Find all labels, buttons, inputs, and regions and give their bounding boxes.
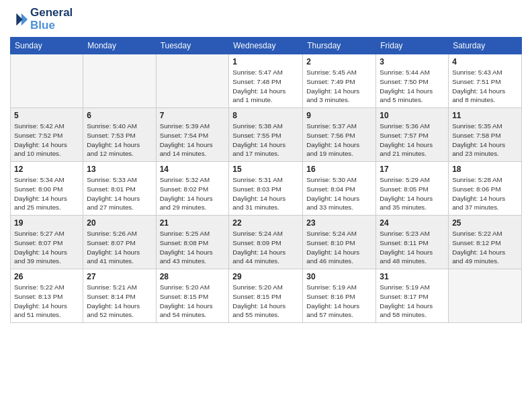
day-number: 17 — [380, 165, 445, 174]
day-info: Sunrise: 5:24 AM Sunset: 8:09 PM Dayligh… — [232, 229, 299, 266]
day-number: 10 — [380, 111, 445, 120]
calendar-day-cell: 31Sunrise: 5:19 AM Sunset: 8:17 PM Dayli… — [376, 269, 449, 323]
calendar-day-cell: 3Sunrise: 5:44 AM Sunset: 7:50 PM Daylig… — [376, 54, 449, 108]
calendar-day-cell: 7Sunrise: 5:39 AM Sunset: 7:54 PM Daylig… — [156, 108, 229, 162]
day-number: 12 — [14, 165, 79, 174]
day-number: 18 — [452, 165, 518, 174]
day-info: Sunrise: 5:39 AM Sunset: 7:54 PM Dayligh… — [160, 122, 226, 158]
day-number: 27 — [87, 272, 152, 281]
calendar-day-cell: 27Sunrise: 5:21 AM Sunset: 8:14 PM Dayli… — [83, 269, 156, 323]
calendar-week-row: 19Sunrise: 5:27 AM Sunset: 8:07 PM Dayli… — [11, 216, 522, 269]
calendar-day-cell — [11, 54, 83, 108]
day-number: 23 — [306, 218, 372, 228]
calendar-day-cell: 13Sunrise: 5:33 AM Sunset: 8:01 PM Dayli… — [83, 162, 156, 216]
day-info: Sunrise: 5:47 AM Sunset: 7:48 PM Dayligh… — [232, 68, 299, 105]
day-number: 2 — [306, 57, 372, 66]
day-info: Sunrise: 5:27 AM Sunset: 8:07 PM Dayligh… — [14, 229, 79, 266]
day-number: 19 — [14, 218, 79, 228]
day-number: 13 — [87, 165, 152, 174]
day-number: 31 — [380, 272, 445, 281]
calendar-day-cell: 5Sunrise: 5:42 AM Sunset: 7:52 PM Daylig… — [11, 108, 83, 162]
day-info: Sunrise: 5:20 AM Sunset: 8:15 PM Dayligh… — [232, 283, 299, 320]
calendar-week-row: 12Sunrise: 5:34 AM Sunset: 8:00 PM Dayli… — [11, 162, 522, 216]
day-number: 3 — [380, 57, 445, 66]
day-info: Sunrise: 5:36 AM Sunset: 7:57 PM Dayligh… — [380, 122, 445, 158]
day-info: Sunrise: 5:30 AM Sunset: 8:04 PM Dayligh… — [306, 175, 372, 212]
calendar-week-row: 5Sunrise: 5:42 AM Sunset: 7:52 PM Daylig… — [11, 108, 522, 162]
calendar-day-cell: 22Sunrise: 5:24 AM Sunset: 8:09 PM Dayli… — [229, 216, 303, 269]
weekday-header: Monday — [83, 38, 156, 54]
day-number: 4 — [452, 57, 518, 66]
day-info: Sunrise: 5:24 AM Sunset: 8:10 PM Dayligh… — [306, 229, 372, 266]
day-info: Sunrise: 5:43 AM Sunset: 7:51 PM Dayligh… — [452, 68, 518, 105]
calendar-day-cell: 25Sunrise: 5:22 AM Sunset: 8:12 PM Dayli… — [449, 216, 522, 269]
day-info: Sunrise: 5:20 AM Sunset: 8:15 PM Dayligh… — [160, 283, 226, 320]
day-info: Sunrise: 5:33 AM Sunset: 8:01 PM Dayligh… — [87, 175, 152, 212]
day-info: Sunrise: 5:37 AM Sunset: 7:56 PM Dayligh… — [306, 122, 372, 158]
day-number: 21 — [160, 218, 226, 228]
weekday-header: Tuesday — [156, 38, 229, 54]
calendar-day-cell: 10Sunrise: 5:36 AM Sunset: 7:57 PM Dayli… — [376, 108, 449, 162]
calendar-day-cell — [83, 54, 156, 108]
calendar-day-cell: 1Sunrise: 5:47 AM Sunset: 7:48 PM Daylig… — [229, 54, 303, 108]
day-number: 5 — [14, 111, 79, 120]
day-info: Sunrise: 5:25 AM Sunset: 8:08 PM Dayligh… — [160, 229, 226, 266]
day-number: 9 — [306, 111, 372, 120]
calendar-day-cell: 4Sunrise: 5:43 AM Sunset: 7:51 PM Daylig… — [449, 54, 522, 108]
day-info: Sunrise: 5:22 AM Sunset: 8:12 PM Dayligh… — [452, 229, 518, 266]
day-number: 6 — [87, 111, 152, 120]
day-info: Sunrise: 5:19 AM Sunset: 8:16 PM Dayligh… — [306, 283, 372, 320]
logo-text: General Blue — [30, 7, 73, 32]
day-number: 29 — [232, 272, 299, 281]
calendar-day-cell: 11Sunrise: 5:35 AM Sunset: 7:58 PM Dayli… — [449, 108, 522, 162]
day-number: 11 — [452, 111, 518, 120]
day-info: Sunrise: 5:38 AM Sunset: 7:55 PM Dayligh… — [232, 122, 299, 158]
calendar-day-cell: 21Sunrise: 5:25 AM Sunset: 8:08 PM Dayli… — [156, 216, 229, 269]
day-info: Sunrise: 5:31 AM Sunset: 8:03 PM Dayligh… — [232, 175, 299, 212]
day-number: 22 — [232, 218, 299, 228]
day-info: Sunrise: 5:35 AM Sunset: 7:58 PM Dayligh… — [452, 122, 518, 158]
day-info: Sunrise: 5:21 AM Sunset: 8:14 PM Dayligh… — [87, 283, 152, 320]
day-number: 25 — [452, 218, 518, 228]
calendar-day-cell: 20Sunrise: 5:26 AM Sunset: 8:07 PM Dayli… — [83, 216, 156, 269]
weekday-header-row: SundayMondayTuesdayWednesdayThursdayFrid… — [11, 38, 522, 54]
day-info: Sunrise: 5:42 AM Sunset: 7:52 PM Dayligh… — [14, 122, 79, 158]
calendar-day-cell: 26Sunrise: 5:22 AM Sunset: 8:13 PM Dayli… — [11, 269, 83, 323]
calendar-day-cell: 24Sunrise: 5:23 AM Sunset: 8:11 PM Dayli… — [376, 216, 449, 269]
weekday-header: Wednesday — [229, 38, 303, 54]
page: General Blue SundayMondayTuesdayWednesda… — [0, 0, 532, 411]
day-info: Sunrise: 5:19 AM Sunset: 8:17 PM Dayligh… — [380, 283, 445, 320]
calendar-day-cell: 30Sunrise: 5:19 AM Sunset: 8:16 PM Dayli… — [303, 269, 376, 323]
day-number: 20 — [87, 218, 152, 228]
calendar-day-cell: 23Sunrise: 5:24 AM Sunset: 8:10 PM Dayli… — [303, 216, 376, 269]
weekday-header: Sunday — [11, 38, 83, 54]
weekday-header: Friday — [376, 38, 449, 54]
day-number: 14 — [160, 165, 226, 174]
day-info: Sunrise: 5:44 AM Sunset: 7:50 PM Dayligh… — [380, 68, 445, 105]
day-number: 26 — [14, 272, 79, 281]
header: General Blue — [10, 7, 522, 32]
calendar-day-cell: 15Sunrise: 5:31 AM Sunset: 8:03 PM Dayli… — [229, 162, 303, 216]
day-info: Sunrise: 5:26 AM Sunset: 8:07 PM Dayligh… — [87, 229, 152, 266]
day-number: 24 — [380, 218, 445, 228]
calendar-day-cell: 29Sunrise: 5:20 AM Sunset: 8:15 PM Dayli… — [229, 269, 303, 323]
logo: General Blue — [10, 7, 73, 32]
calendar-day-cell: 2Sunrise: 5:45 AM Sunset: 7:49 PM Daylig… — [303, 54, 376, 108]
day-number: 8 — [232, 111, 299, 120]
day-info: Sunrise: 5:32 AM Sunset: 8:02 PM Dayligh… — [160, 175, 226, 212]
calendar-day-cell — [156, 54, 229, 108]
day-number: 15 — [232, 165, 299, 174]
calendar-day-cell: 16Sunrise: 5:30 AM Sunset: 8:04 PM Dayli… — [303, 162, 376, 216]
day-number: 16 — [306, 165, 372, 174]
weekday-header: Thursday — [303, 38, 376, 54]
day-info: Sunrise: 5:23 AM Sunset: 8:11 PM Dayligh… — [380, 229, 445, 266]
calendar-day-cell: 17Sunrise: 5:29 AM Sunset: 8:05 PM Dayli… — [376, 162, 449, 216]
day-number: 7 — [160, 111, 226, 120]
day-info: Sunrise: 5:22 AM Sunset: 8:13 PM Dayligh… — [14, 283, 79, 320]
calendar-week-row: 26Sunrise: 5:22 AM Sunset: 8:13 PM Dayli… — [11, 269, 522, 323]
day-info: Sunrise: 5:40 AM Sunset: 7:53 PM Dayligh… — [87, 122, 152, 158]
weekday-header: Saturday — [449, 38, 522, 54]
calendar-day-cell: 19Sunrise: 5:27 AM Sunset: 8:07 PM Dayli… — [11, 216, 83, 269]
calendar-day-cell — [449, 269, 522, 323]
day-number: 1 — [232, 57, 299, 66]
